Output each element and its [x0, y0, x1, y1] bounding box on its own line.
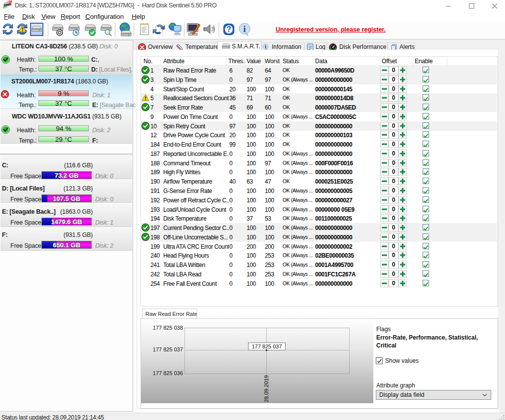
svg-text:i: i: [243, 24, 246, 34]
svg-text:?: ?: [226, 25, 231, 34]
svg-text:i: i: [265, 43, 266, 49]
